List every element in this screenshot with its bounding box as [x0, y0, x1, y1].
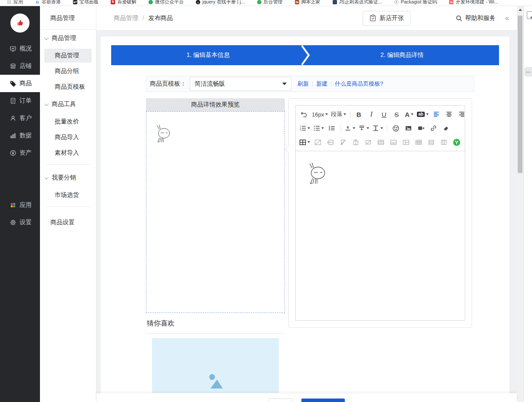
- refresh-link[interactable]: 刷新: [297, 80, 309, 88]
- sidebar-item-shop[interactable]: 店铺: [0, 57, 40, 75]
- merge-cells-button[interactable]: [376, 137, 386, 147]
- collapse-icon[interactable]: «: [505, 14, 509, 22]
- italic-button[interactable]: I: [367, 109, 376, 120]
- bookmark[interactable]: G 谷歌香港: [35, 0, 61, 5]
- scrollbar-thumb[interactable]: [518, 16, 522, 173]
- emoji-button[interactable]: [391, 123, 400, 133]
- submenu-item-goods-management[interactable]: 商品管理: [44, 49, 92, 63]
- caret-down-icon: [282, 83, 287, 85]
- submenu-item-goods-page-template[interactable]: 商品页模板: [44, 80, 92, 94]
- scroll-up-button[interactable]: [517, 6, 523, 13]
- submenu-item-goods-import[interactable]: 商品导入: [44, 130, 92, 144]
- divider: [340, 125, 341, 132]
- bookmark[interactable]: j jquery 在线手册 | j...: [196, 0, 245, 5]
- highlight-button[interactable]: ab: [417, 109, 429, 120]
- goods-image-placeholder[interactable]: [152, 338, 279, 393]
- submenu-item-market-selection[interactable]: 市场选货: [44, 188, 92, 202]
- submenu-item-goods-groups[interactable]: 商品分组: [44, 64, 92, 78]
- align-right-button[interactable]: [457, 109, 466, 120]
- clear-format-button[interactable]: [441, 123, 451, 133]
- sidebar-item-overview[interactable]: 概况: [0, 40, 40, 57]
- editor-content[interactable]: [296, 151, 465, 320]
- insert-column-button[interactable]: [351, 137, 360, 147]
- new-store-button[interactable]: 新店开张: [363, 11, 410, 26]
- sidebar-item-settings[interactable]: 设置: [0, 214, 40, 231]
- link-button[interactable]: [429, 123, 438, 133]
- bookmark[interactable]: JB 脚本之家: [295, 0, 321, 5]
- line-height-button[interactable]: [358, 123, 369, 133]
- template-select[interactable]: 简洁流畅版: [190, 77, 291, 91]
- thumb-up-icon: [15, 18, 25, 28]
- bookmark[interactable]: JS正则表达式验证...: [333, 0, 382, 5]
- step-2-tab[interactable]: 2. 编辑商品详情: [305, 45, 499, 65]
- image-placeholder-icon: [205, 373, 225, 389]
- youzan-logo[interactable]: [10, 13, 30, 33]
- indent-button[interactable]: [327, 123, 337, 133]
- letter-spacing-button[interactable]: [372, 123, 383, 133]
- table-rows-button[interactable]: [426, 137, 436, 147]
- chevron-down-icon: [44, 102, 49, 106]
- undo-icon[interactable]: [299, 109, 309, 120]
- submenu-item-goods-settings[interactable]: 商品设置: [40, 214, 96, 231]
- submenu-group-goods-tools[interactable]: 商品工具: [40, 96, 96, 113]
- content-area: 1. 编辑基本信息 2. 编辑商品详情 商品页模板： 简洁流畅版: [96, 30, 517, 402]
- align-center-button[interactable]: [444, 109, 454, 120]
- wechat-icon: [149, 0, 153, 4]
- sidebar-item-data[interactable]: 数据: [0, 127, 40, 144]
- submenu-title: 商品管理: [40, 6, 96, 29]
- bold-button[interactable]: B: [354, 109, 363, 120]
- bookmark[interactable]: BT 宝塔面板: [73, 0, 99, 5]
- sidebar-item-assets[interactable]: 资产: [0, 144, 40, 162]
- insert-row-button[interactable]: [326, 137, 335, 147]
- chevron-down-icon: [44, 36, 49, 40]
- step-1-tab[interactable]: 1. 编辑基本信息: [111, 45, 305, 65]
- bookmark[interactable]: 后台管理: [257, 0, 283, 5]
- split-cells-button[interactable]: [389, 137, 398, 147]
- table-grid-button[interactable]: [414, 137, 423, 147]
- image-button[interactable]: [403, 123, 413, 133]
- what-is-template-link[interactable]: 什么是商品页模板?: [335, 80, 383, 88]
- font-size-select[interactable]: 16px: [312, 109, 328, 120]
- panel-handle[interactable]: •••: [524, 67, 532, 76]
- delete-row-button[interactable]: [338, 137, 348, 147]
- ordered-list-button[interactable]: 123: [299, 123, 310, 133]
- preview-content-selected[interactable]: [146, 111, 285, 313]
- submenu-item-material-import[interactable]: 素材导入: [44, 146, 92, 160]
- bookmark[interactable]: 应用: [7, 0, 23, 5]
- underline-button[interactable]: U: [379, 109, 389, 120]
- data-icon: [10, 132, 17, 139]
- sidebar-item-orders[interactable]: 订单: [0, 92, 40, 110]
- browser-scrollbar[interactable]: [517, 6, 523, 402]
- extension-panel-icon[interactable]: [527, 11, 532, 19]
- submenu-group-distribution[interactable]: 我要分销: [40, 169, 96, 186]
- strikethrough-button[interactable]: S: [392, 109, 401, 120]
- table-button[interactable]: [299, 137, 310, 147]
- footer-secondary-button[interactable]: [268, 399, 293, 402]
- align-left-button[interactable]: [432, 109, 441, 120]
- bookmark[interactable]: W 开发环境搭建 - Wi...: [449, 0, 498, 5]
- breadcrumb-parent[interactable]: 商品管理: [114, 14, 138, 21]
- submenu-group-goods-management[interactable]: 商品管理: [40, 30, 96, 47]
- table-columns-button[interactable]: [439, 137, 449, 147]
- font-color-button[interactable]: A: [404, 109, 414, 120]
- template-bar: 商品页模板： 简洁流畅版 刷新 新建 什么是商品页模板?: [146, 76, 474, 92]
- submenu-item-batch-price[interactable]: 批量改价: [44, 115, 92, 129]
- margin-top-button[interactable]: [344, 123, 355, 133]
- sidebar-item-goods[interactable]: 商品: [0, 75, 40, 92]
- sidebar-item-customers[interactable]: 客户: [0, 110, 40, 127]
- footer-primary-button[interactable]: [301, 399, 345, 402]
- paragraph-select[interactable]: 段落: [331, 109, 346, 120]
- video-button[interactable]: [416, 123, 426, 133]
- help-and-services[interactable]: 帮助和服务: [456, 14, 496, 22]
- youzan-material-button[interactable]: [452, 137, 461, 147]
- delete-column-button[interactable]: [363, 137, 373, 147]
- sidebar-item-apps[interactable]: 应用: [0, 196, 40, 214]
- bookmark[interactable]: 微信公众平台: [149, 0, 184, 5]
- unordered-list-button[interactable]: [313, 123, 324, 133]
- table-header-button[interactable]: [401, 137, 411, 147]
- new-template-link[interactable]: 新建: [316, 80, 327, 88]
- delete-table-button[interactable]: [313, 137, 323, 147]
- bookmark[interactable]: 吾 吾爱破解: [111, 0, 136, 5]
- main-area: 商品管理 / 发布商品 新店开张 帮助和服务 « 1. 编辑基本信息 2. 编辑…: [96, 6, 517, 402]
- bookmark[interactable]: Packagist 验证码: [394, 0, 437, 5]
